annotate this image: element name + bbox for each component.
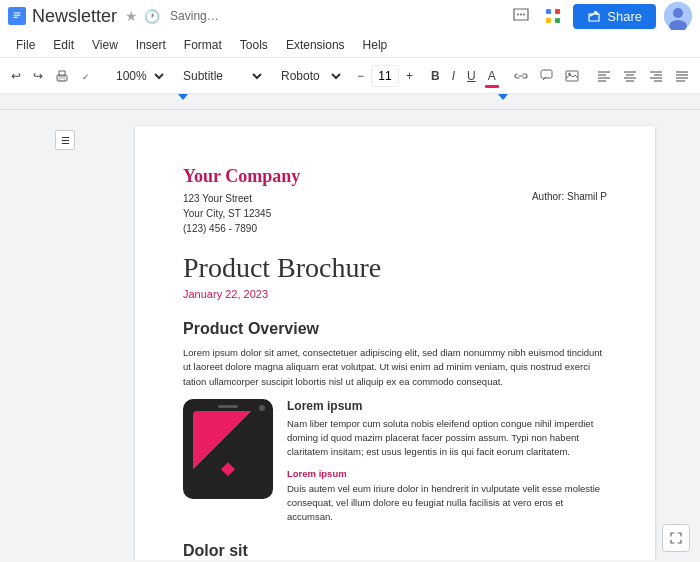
lorem-text-2: Duis autem vel eum iriure dolor in hendr…	[287, 482, 607, 525]
spellcheck-button[interactable]: ✓	[76, 62, 100, 90]
ruler-right-margin	[498, 94, 508, 100]
page-view-toggle[interactable]: ☰	[55, 130, 75, 150]
phone-speaker	[218, 405, 238, 408]
font-family-select[interactable]: RobotoArialGeorgia	[273, 63, 344, 89]
svg-point-12	[673, 8, 683, 18]
menu-item-format[interactable]: Format	[176, 36, 230, 54]
menu-bar: const pd = JSON.parse(document.getElemen…	[0, 32, 700, 58]
undo-button[interactable]: ↩	[6, 62, 26, 90]
comment-button[interactable]	[535, 62, 558, 90]
product-title: Product Brochure	[183, 252, 607, 284]
lorem-text-block: Lorem ipsum Nam liber tempor cum soluta …	[287, 399, 607, 525]
ruler-left-margin	[178, 94, 188, 100]
share-button[interactable]: Share	[573, 4, 656, 29]
paragraph-style-select[interactable]: SubtitleNormal textHeading 1	[175, 63, 265, 89]
author-line: Author: Shamil P	[532, 191, 607, 236]
svg-text:✓: ✓	[82, 72, 90, 82]
phone-diamond	[221, 462, 235, 476]
overview-heading: Product Overview	[183, 320, 607, 338]
phone-circle	[259, 405, 265, 411]
font-size-input[interactable]	[371, 65, 399, 87]
svg-rect-1	[14, 13, 21, 14]
document-title[interactable]: Newsletter	[32, 6, 117, 27]
address-block: 123 Your StreetYour City, ST 12345(123) …	[183, 191, 271, 236]
content-area: ☰ Your Company 123 Your StreetYour City,…	[0, 110, 700, 560]
print-button[interactable]	[50, 62, 74, 90]
address-author-row: 123 Your StreetYour City, ST 12345(123) …	[183, 191, 607, 236]
menu-item-view[interactable]: View	[84, 36, 126, 54]
svg-point-6	[523, 14, 525, 16]
ruler	[0, 94, 700, 110]
avatar[interactable]	[664, 2, 692, 30]
toolbar: ↩ ↪ ✓ 100%75%125% SubtitleNormal textHea…	[0, 58, 700, 94]
svg-rect-8	[555, 9, 560, 14]
company-name: Your Company	[183, 166, 607, 187]
align-left-button[interactable]	[592, 62, 616, 90]
menu-item-insert[interactable]: Insert	[128, 36, 174, 54]
redo-button[interactable]: ↪	[28, 62, 48, 90]
svg-rect-2	[14, 15, 21, 16]
page-wrapper: Your Company 123 Your StreetYour City, S…	[130, 110, 660, 560]
lorem-pink-heading: Lorem ipsum	[287, 468, 607, 479]
phone-screen	[193, 411, 263, 486]
star-icon[interactable]: ★	[125, 8, 138, 24]
zoom-select[interactable]: 100%75%125%	[108, 63, 167, 89]
product-date: January 22, 2023	[183, 288, 607, 300]
svg-rect-0	[12, 10, 22, 22]
svg-point-4	[517, 14, 519, 16]
svg-rect-9	[546, 18, 551, 23]
text-color-button[interactable]: A	[483, 62, 501, 90]
image-button[interactable]	[560, 62, 584, 90]
svg-point-5	[520, 14, 522, 16]
svg-rect-18	[541, 70, 552, 78]
google-apps-icon[interactable]	[541, 4, 565, 28]
underline-button[interactable]: U	[462, 62, 481, 90]
page-left-margin: ☰	[0, 110, 130, 560]
menu-item-help[interactable]: Help	[355, 36, 396, 54]
font-size-increase-button[interactable]: +	[401, 62, 418, 90]
history-icon[interactable]: 🕐	[144, 9, 160, 24]
menu-item-extensions[interactable]: Extensions	[278, 36, 353, 54]
share-label: Share	[607, 9, 642, 24]
menu-item-tools[interactable]: Tools	[232, 36, 276, 54]
title-bar: Newsletter ★ 🕐 Saving… Share	[0, 0, 700, 32]
italic-button[interactable]: I	[447, 62, 460, 90]
svg-rect-3	[14, 17, 18, 18]
lorem-heading: Lorem ipsum	[287, 399, 607, 413]
font-size-decrease-button[interactable]: −	[352, 62, 369, 90]
title-right-actions: Share	[509, 2, 692, 30]
bold-button[interactable]: B	[426, 62, 445, 90]
align-right-button[interactable]	[644, 62, 668, 90]
lorem-text: Nam liber tempor cum soluta nobis eleife…	[287, 417, 607, 460]
document-page: Your Company 123 Your StreetYour City, S…	[135, 126, 655, 560]
dolor-heading: Dolor sit	[183, 542, 607, 560]
menu-item-edit[interactable]: Edit	[45, 36, 82, 54]
align-center-button[interactable]	[618, 62, 642, 90]
svg-rect-10	[555, 18, 560, 23]
link-button[interactable]	[509, 62, 533, 90]
page-right-margin	[660, 110, 700, 560]
chat-icon[interactable]	[509, 4, 533, 28]
phone-image	[183, 399, 273, 499]
image-text-row: Lorem ipsum Nam liber tempor cum soluta …	[183, 399, 607, 525]
menu-item-file[interactable]: File	[8, 36, 43, 54]
docs-app-icon	[8, 7, 26, 25]
justify-button[interactable]	[670, 62, 694, 90]
overview-text: Lorem ipsum dolor sit amet, consectetuer…	[183, 346, 607, 389]
saving-status: Saving…	[170, 9, 219, 23]
svg-rect-7	[546, 9, 551, 14]
expand-button[interactable]	[662, 524, 690, 552]
